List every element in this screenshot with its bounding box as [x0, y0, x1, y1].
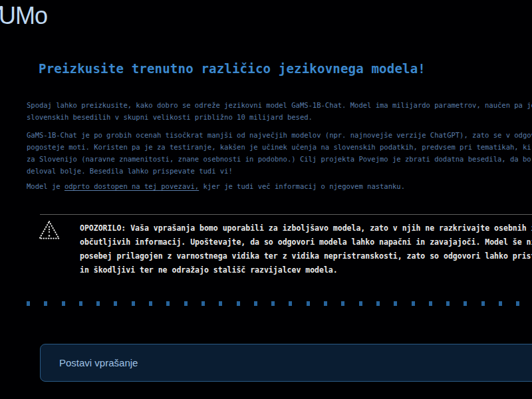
paragraph-line: GaMS-1B-Chat je po grobih ocenah tisočkr… — [27, 129, 532, 141]
model-access-link[interactable]: odprto dostopen na tej povezavi, — [65, 182, 199, 190]
page: UMo Preizkusite trenutno različico jezik… — [0, 0, 532, 399]
warning-line: OPOZORILO: Vaša vprašanja bomo uporabili… — [80, 221, 532, 235]
intro-paragraph-2: GaMS-1B-Chat je po grobih ocenah tisočkr… — [27, 129, 532, 177]
logo-text: UMo — [0, 2, 47, 29]
warning-line: in škodljivi ter ne odražajo stališč raz… — [80, 263, 532, 277]
warning-line: posebej prilagojen z varnostnega vidika … — [80, 249, 532, 263]
paragraph-line: deloval bolje. Besedila lahko prispevate… — [27, 165, 532, 177]
intro-paragraph-1: Spodaj lahko preizkusite, kako dobro se … — [27, 99, 532, 123]
paragraph-line: slovenskih besedilih v skupni velikosti … — [27, 111, 532, 123]
model-link-line: Model je odprto dostopen na tej povezavi… — [27, 180, 405, 192]
warning-line: občutljivih informacij. Upoštevajte, da … — [80, 235, 532, 249]
logo: UMo — [0, 3, 47, 29]
warning-triangle-icon — [38, 219, 61, 243]
link-prefix-text: Model je — [27, 182, 65, 190]
dotted-divider — [27, 301, 532, 306]
paragraph-line: Spodaj lahko preizkusite, kako dobro se … — [27, 99, 532, 111]
section-divider — [40, 214, 532, 215]
link-suffix-text: kjer je tudi več informacij o njegovem n… — [199, 182, 405, 190]
paragraph-line: pogosteje moti. Koristen pa je za testir… — [27, 141, 532, 153]
warning-message: OPOZORILO: Vaša vprašanja bomo uporabili… — [80, 221, 532, 277]
ask-question-panel[interactable]: Postavi vprašanje — [40, 344, 532, 382]
paragraph-line: za Slovenijo (naravne znamenitosti, znan… — [27, 153, 532, 165]
page-title: Preizkusite trenutno različico jezikovne… — [39, 61, 426, 76]
ask-question-label: Postavi vprašanje — [59, 357, 138, 368]
